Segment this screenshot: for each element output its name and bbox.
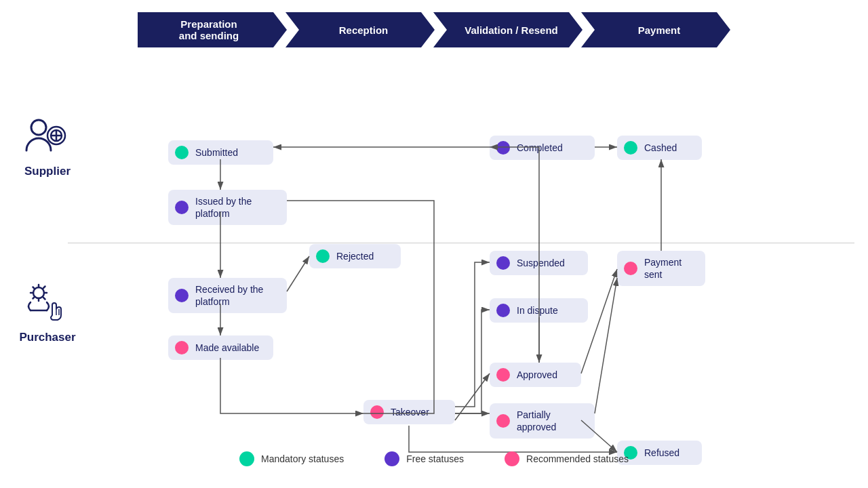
status-issued: Issued by the platform — [168, 190, 287, 225]
role-divider — [68, 243, 854, 243]
dot-submitted — [175, 146, 189, 159]
status-payment-sent: Payment sent — [617, 251, 705, 286]
step-label-reception: Reception — [339, 24, 389, 36]
label-partially-approved: Partially approved — [517, 409, 585, 433]
label-takeover: Takeover — [391, 407, 429, 418]
dot-cashed — [624, 141, 637, 155]
label-completed: Completed — [517, 142, 563, 153]
label-cashed: Cashed — [644, 142, 677, 153]
dot-made-available — [175, 341, 189, 354]
label-refused: Refused — [644, 447, 679, 458]
status-rejected: Rejected — [309, 244, 401, 268]
legend-dot-mandatory — [239, 451, 254, 466]
label-payment-sent: Payment sent — [644, 256, 696, 281]
legend-mandatory: Mandatory statuses — [239, 451, 344, 466]
label-received: Received by the platform — [195, 283, 277, 308]
legend: Mandatory statuses Free statuses Recomme… — [239, 451, 629, 466]
status-completed: Completed — [490, 136, 595, 160]
status-received: Received by the platform — [168, 278, 287, 313]
label-rejected: Rejected — [336, 251, 374, 262]
step-label-validation: Validation / Resend — [465, 24, 558, 36]
label-issued: Issued by the platform — [195, 195, 277, 220]
step-label-prep: Preparation and sending — [179, 18, 239, 41]
status-refused: Refused — [617, 441, 702, 465]
purchaser-icon — [14, 278, 81, 327]
dot-suspended — [496, 256, 510, 270]
dot-rejected — [316, 249, 330, 263]
status-approved: Approved — [490, 363, 581, 387]
pipeline-step-validation: Validation / Resend — [433, 12, 583, 47]
dot-partially-approved — [496, 414, 510, 428]
legend-label-recommended: Recommended statuses — [526, 453, 629, 464]
status-suspended: Suspended — [490, 251, 588, 275]
role-purchaser: Purchaser — [14, 278, 81, 344]
dot-completed — [496, 141, 510, 155]
svg-point-0 — [31, 120, 46, 135]
supplier-icon — [14, 115, 81, 161]
legend-dot-free — [384, 451, 399, 466]
dot-approved — [496, 368, 510, 382]
dot-in-dispute — [496, 304, 510, 317]
dot-payment-sent — [624, 262, 637, 275]
dot-issued — [175, 201, 189, 214]
legend-recommended: Recommended statuses — [505, 451, 629, 466]
role-supplier: Supplier — [14, 115, 81, 178]
legend-label-free: Free statuses — [406, 453, 464, 464]
label-made-available: Made available — [195, 342, 259, 354]
status-in-dispute: In dispute — [490, 298, 588, 323]
legend-dot-recommended — [505, 451, 519, 466]
purchaser-label: Purchaser — [14, 331, 81, 344]
label-suspended: Suspended — [517, 258, 565, 268]
dot-takeover — [370, 405, 384, 419]
dot-received — [175, 289, 189, 302]
pipeline-step-payment: Payment — [581, 12, 730, 47]
status-made-available: Made available — [168, 336, 273, 360]
supplier-label: Supplier — [14, 165, 81, 178]
pipeline-step-reception: Reception — [285, 12, 435, 47]
label-approved: Approved — [517, 369, 557, 380]
pipeline-header: Preparation and sending Reception Valida… — [61, 12, 807, 47]
status-partially-approved: Partially approved — [490, 403, 595, 439]
legend-label-mandatory: Mandatory statuses — [261, 453, 344, 464]
legend-free: Free statuses — [384, 451, 464, 466]
status-takeover: Takeover — [363, 400, 455, 424]
step-label-payment: Payment — [638, 24, 681, 36]
pipeline-step-prep: Preparation and sending — [138, 12, 287, 47]
status-cashed: Cashed — [617, 136, 702, 160]
diagram-main: Supplier Purchaser Submitted — [0, 54, 868, 474]
label-submitted: Submitted — [195, 147, 238, 158]
status-submitted: Submitted — [168, 140, 273, 165]
label-in-dispute: In dispute — [517, 305, 558, 316]
